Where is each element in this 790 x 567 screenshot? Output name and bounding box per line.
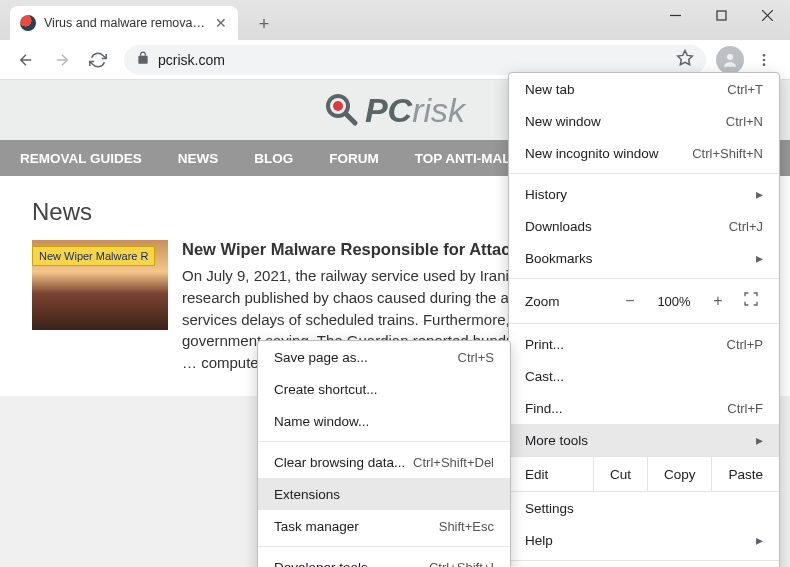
svg-point-6	[763, 54, 766, 57]
submenu-task-manager[interactable]: Task managerShift+Esc	[258, 510, 510, 542]
forward-button[interactable]	[46, 44, 78, 76]
svg-point-8	[763, 63, 766, 66]
zoom-value: 100%	[655, 294, 693, 309]
submenu-name-window[interactable]: Name window...	[258, 405, 510, 437]
menu-new-incognito[interactable]: New incognito windowCtrl+Shift+N	[509, 137, 779, 169]
chevron-right-icon: ▸	[756, 250, 763, 266]
svg-line-11	[346, 114, 355, 123]
fullscreen-icon[interactable]	[743, 291, 763, 311]
submenu-clear-data[interactable]: Clear browsing data...Ctrl+Shift+Del	[258, 446, 510, 478]
titlebar: Virus and malware removal instru ✕ +	[0, 0, 790, 40]
menu-help[interactable]: Help▸	[509, 524, 779, 556]
tab-title: Virus and malware removal instru	[44, 16, 206, 30]
maximize-button[interactable]	[698, 0, 744, 30]
menu-settings[interactable]: Settings	[509, 492, 779, 524]
address-bar[interactable]: pcrisk.com	[124, 45, 706, 75]
article-thumbnail[interactable]: New Wiper Malware R	[32, 240, 168, 374]
nav-blog[interactable]: BLOG	[254, 151, 293, 166]
minimize-button[interactable]	[652, 0, 698, 30]
menu-cast[interactable]: Cast...	[509, 360, 779, 392]
logo-text: PCrisk	[365, 91, 465, 130]
submenu-create-shortcut[interactable]: Create shortcut...	[258, 373, 510, 405]
reload-button[interactable]	[82, 44, 114, 76]
submenu-dev-tools[interactable]: Developer toolsCtrl+Shift+I	[258, 551, 510, 567]
menu-print[interactable]: Print...Ctrl+P	[509, 328, 779, 360]
chevron-right-icon: ▸	[756, 432, 763, 448]
logo-icon	[325, 93, 359, 127]
favicon	[20, 15, 36, 31]
url-text: pcrisk.com	[158, 52, 668, 68]
submenu-save-page[interactable]: Save page as...Ctrl+S	[258, 341, 510, 373]
menu-edit-row: Edit Cut Copy Paste	[509, 456, 779, 492]
menu-zoom: Zoom − 100% +	[509, 283, 779, 319]
menu-more-tools[interactable]: More tools▸	[509, 424, 779, 456]
chevron-right-icon: ▸	[756, 186, 763, 202]
menu-find[interactable]: Find...Ctrl+F	[509, 392, 779, 424]
edit-paste-button[interactable]: Paste	[711, 457, 779, 491]
edit-copy-button[interactable]: Copy	[647, 457, 712, 491]
menu-downloads[interactable]: DownloadsCtrl+J	[509, 210, 779, 242]
lock-icon	[136, 51, 150, 69]
nav-forum[interactable]: FORUM	[329, 151, 379, 166]
chrome-main-menu: New tabCtrl+T New windowCtrl+N New incog…	[508, 72, 780, 567]
new-tab-button[interactable]: +	[250, 10, 278, 38]
thumbnail-label: New Wiper Malware R	[32, 246, 155, 266]
chevron-right-icon: ▸	[756, 532, 763, 548]
menu-new-tab[interactable]: New tabCtrl+T	[509, 73, 779, 105]
bookmark-star-icon[interactable]	[676, 49, 694, 71]
svg-point-10	[333, 101, 343, 111]
zoom-in-button[interactable]: +	[707, 292, 729, 310]
menu-new-window[interactable]: New windowCtrl+N	[509, 105, 779, 137]
svg-point-5	[727, 54, 733, 60]
close-window-button[interactable]	[744, 0, 790, 30]
svg-point-7	[763, 58, 766, 61]
menu-history[interactable]: History▸	[509, 178, 779, 210]
menu-bookmarks[interactable]: Bookmarks▸	[509, 242, 779, 274]
more-tools-submenu: Save page as...Ctrl+S Create shortcut...…	[257, 340, 511, 567]
back-button[interactable]	[10, 44, 42, 76]
zoom-out-button[interactable]: −	[619, 292, 641, 310]
nav-removal-guides[interactable]: REMOVAL GUIDES	[20, 151, 142, 166]
close-tab-icon[interactable]: ✕	[214, 16, 228, 30]
menu-button[interactable]	[748, 44, 780, 76]
svg-marker-4	[678, 50, 693, 64]
browser-tab[interactable]: Virus and malware removal instru ✕	[10, 6, 238, 40]
svg-rect-1	[717, 11, 726, 20]
submenu-extensions[interactable]: Extensions	[258, 478, 510, 510]
profile-button[interactable]	[716, 46, 744, 74]
edit-cut-button[interactable]: Cut	[593, 457, 647, 491]
nav-news[interactable]: NEWS	[178, 151, 219, 166]
